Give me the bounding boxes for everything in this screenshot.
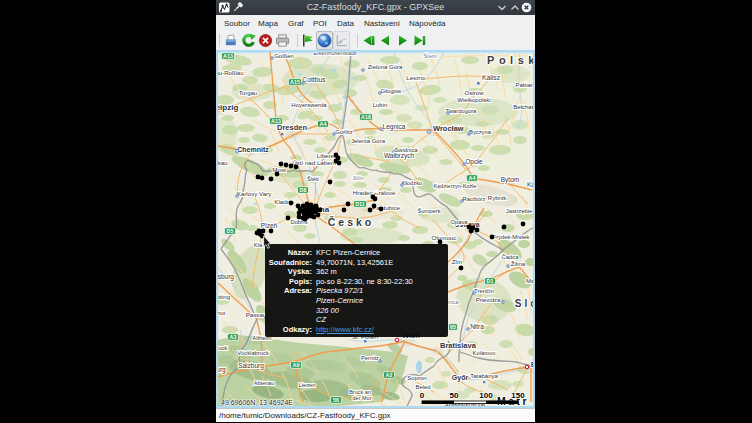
svg-text:Golßen: Golßen xyxy=(274,53,294,59)
svg-text:Jičín: Jičín xyxy=(352,175,363,181)
svg-text:A13: A13 xyxy=(223,53,233,59)
svg-text:Abtenau: Abtenau xyxy=(254,380,275,386)
svg-text:D5: D5 xyxy=(227,228,234,234)
svg-text:der Mur: der Mur xyxy=(353,395,372,401)
svg-text:Hoyerswerda: Hoyerswerda xyxy=(291,102,327,108)
svg-text:Dresden: Dresden xyxy=(277,123,307,132)
svg-text:Ka: Ka xyxy=(527,181,533,188)
svg-text:A3: A3 xyxy=(230,334,237,340)
svg-text:A9: A9 xyxy=(293,362,300,368)
svg-text:Ústí nad Labem: Ústí nad Labem xyxy=(292,159,336,166)
svg-text:A2: A2 xyxy=(386,372,393,378)
svg-text:Legnica: Legnica xyxy=(383,123,406,131)
svg-text:Jelenia Góra: Jelenia Góra xyxy=(351,138,386,144)
svg-text:Győr: Győr xyxy=(452,374,469,382)
svg-text:Frýdek-Místek: Frýdek-Místek xyxy=(493,234,530,240)
svg-text:Trenčín: Trenčín xyxy=(474,288,494,294)
svg-text:Torgau: Torgau xyxy=(239,90,257,96)
svg-text:Karlovy Vary: Karlovy Vary xyxy=(237,190,273,197)
svg-text:Wielkopolski: Wielkopolski xyxy=(457,97,490,103)
svg-text:Kłodzko: Kłodzko xyxy=(402,180,423,186)
svg-text:B: B xyxy=(531,361,533,368)
svg-text:Kalisz: Kalisz xyxy=(482,74,501,81)
svg-text:Čadca: Čadca xyxy=(502,254,520,260)
svg-text:Leszno: Leszno xyxy=(406,75,426,81)
svg-text:Olomouc: Olomouc xyxy=(432,234,457,241)
svg-text:Opole: Opole xyxy=(465,158,483,166)
svg-text:ckau: ckau xyxy=(218,160,227,166)
svg-text:Twardogóra: Twardogóra xyxy=(446,108,477,114)
svg-text:Görlitz: Görlitz xyxy=(335,129,352,135)
svg-text:Šumperk: Šumperk xyxy=(417,208,440,214)
svg-text:Tatabánya: Tatabánya xyxy=(470,373,498,379)
svg-text:Pardubice: Pardubice xyxy=(372,204,400,211)
svg-text:hut: hut xyxy=(218,310,226,316)
svg-text:Most: Most xyxy=(272,166,286,173)
svg-text:0: 0 xyxy=(420,391,425,400)
svg-text:eipzig: eipzig xyxy=(218,103,238,112)
svg-text:Jastrzębie: Jastrzębie xyxy=(506,208,532,214)
svg-text:Cottbus: Cottbus xyxy=(302,76,326,83)
svg-text:Sopron: Sopron xyxy=(407,375,426,381)
svg-text:nsburg: nsburg xyxy=(218,273,234,281)
svg-text:Bratislava: Bratislava xyxy=(440,341,477,350)
svg-text:56: 56 xyxy=(333,397,339,403)
svg-text:65: 65 xyxy=(450,324,456,330)
svg-text:Salzburg: Salzburg xyxy=(238,362,264,370)
svg-text:A4: A4 xyxy=(469,175,476,181)
svg-text:Beled: Beled xyxy=(416,384,431,390)
svg-text:Śrem: Śrem xyxy=(423,52,437,59)
svg-text:A4: A4 xyxy=(320,121,327,127)
svg-text:Slo: Slo xyxy=(515,298,533,309)
svg-text:Zielona Góra: Zielona Góra xyxy=(368,64,403,70)
svg-text:Lubin: Lubin xyxy=(373,102,388,108)
svg-text:Bełcható: Bełcható xyxy=(513,104,533,110)
svg-text:Mart: Mart xyxy=(526,278,533,284)
svg-text:Žilina: Žilina xyxy=(511,260,526,267)
svg-text:urg: urg xyxy=(218,366,226,374)
svg-text:49,69606N, 13,46924E: 49,69606N, 13,46924E xyxy=(221,399,293,406)
svg-text:Nitra: Nitra xyxy=(470,323,484,330)
svg-text:Česko: Česko xyxy=(328,216,375,228)
svg-text:100: 100 xyxy=(479,391,493,400)
svg-text:Pabianic: Pabianic xyxy=(515,82,533,88)
svg-text:D8: D8 xyxy=(300,187,307,193)
svg-text:Plzeň: Plzeň xyxy=(261,222,278,229)
svg-text:Głogów: Głogów xyxy=(381,88,402,94)
svg-text:50: 50 xyxy=(450,391,459,400)
svg-text:150: 150 xyxy=(511,391,525,400)
svg-text:ruck: ruck xyxy=(218,345,228,351)
svg-text:Vöcklabruck: Vöcklabruck xyxy=(237,350,269,356)
svg-text:Passau: Passau xyxy=(246,311,267,318)
svg-text:Prievidza: Prievidza xyxy=(476,297,501,303)
svg-text:Polsk: Polsk xyxy=(487,54,533,66)
svg-text:Hradec Králové: Hradec Králové xyxy=(353,189,396,196)
svg-text:Kolárovo: Kolárovo xyxy=(473,350,496,356)
svg-text:Wałbrzych: Wałbrzych xyxy=(384,152,414,160)
svg-text:Pernitz: Pernitz xyxy=(361,355,379,361)
svg-text:A15: A15 xyxy=(290,79,300,85)
svg-text:Rybnik: Rybnik xyxy=(488,195,507,201)
svg-text:sau-Roßlau: sau-Roßlau xyxy=(218,70,244,76)
svg-text:Byczyna: Byczyna xyxy=(469,129,492,135)
svg-text:A18: A18 xyxy=(361,114,371,120)
svg-text:D11: D11 xyxy=(355,201,365,207)
svg-text:Bytom: Bytom xyxy=(501,176,519,184)
svg-text:Opava: Opava xyxy=(450,219,468,225)
svg-text:Liezen: Liezen xyxy=(298,382,315,388)
svg-text:Kędzierzyn-Koźle: Kędzierzyn-Koźle xyxy=(434,183,477,189)
svg-text:D1: D1 xyxy=(487,278,494,284)
svg-text:Eisenhüttenstadt: Eisenhüttenstadt xyxy=(313,52,357,56)
svg-text:Štětí: Štětí xyxy=(307,176,319,182)
svg-text:Racibórz: Racibórz xyxy=(463,196,486,202)
svg-text:latting: latting xyxy=(218,294,230,300)
svg-text:Ostrów: Ostrów xyxy=(464,90,484,96)
svg-text:Wrocław: Wrocław xyxy=(433,124,464,133)
svg-text:Chemnitz: Chemnitz xyxy=(237,146,269,153)
svg-text:Zlín: Zlín xyxy=(452,258,463,265)
